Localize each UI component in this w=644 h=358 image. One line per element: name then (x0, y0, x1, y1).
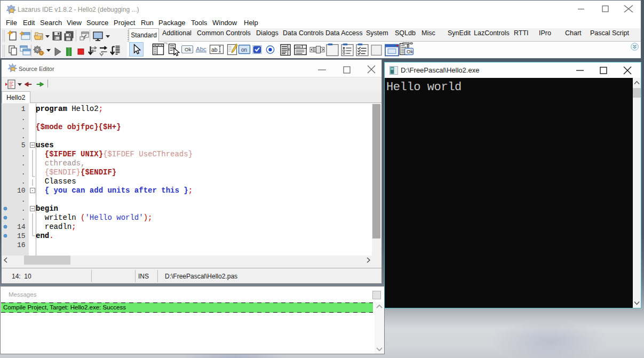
svg-text:ab: ab (211, 46, 218, 53)
svg-text:on: on (241, 47, 247, 53)
svg-text:Ok: Ok (407, 49, 413, 54)
svg-text:Abc: Abc (196, 46, 206, 52)
svg-text:Ok: Ok (185, 46, 191, 52)
